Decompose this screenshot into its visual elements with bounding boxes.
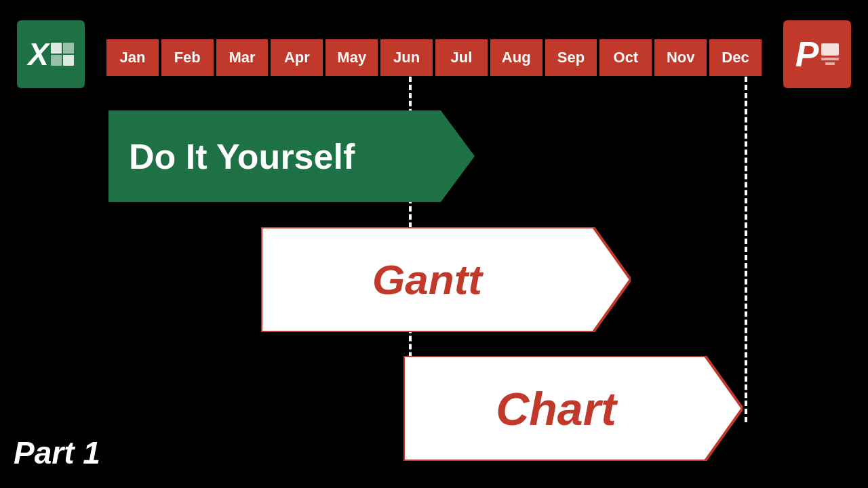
svg-marker-2 <box>403 356 743 461</box>
ppt-slides-icon <box>821 43 839 65</box>
excel-logo: X <box>17 20 85 88</box>
month-jan: Jan <box>105 38 160 77</box>
excel-grid-cell <box>63 43 74 54</box>
svg-marker-0 <box>108 110 475 202</box>
chart-arrow-svg <box>403 356 743 461</box>
powerpoint-logo: P <box>783 20 851 88</box>
month-aug: Aug <box>489 38 544 77</box>
ppt-slide-base <box>825 62 835 65</box>
excel-grid-cell <box>63 55 74 66</box>
diy-arrow-svg <box>108 110 475 202</box>
month-oct: Oct <box>598 38 653 77</box>
month-jul: Jul <box>434 38 489 77</box>
excel-grid-cell <box>51 55 62 66</box>
svg-marker-1 <box>261 227 631 332</box>
month-nov: Nov <box>653 38 708 77</box>
excel-grid-cell <box>51 43 62 54</box>
chart-arrow <box>403 356 743 461</box>
month-sep: Sep <box>544 38 599 77</box>
gantt-arrow <box>261 227 631 332</box>
excel-letter: X <box>28 36 49 73</box>
month-bar: Jan Feb Mar Apr May Jun Jul Aug Sep Oct … <box>105 38 763 77</box>
month-jun: Jun <box>379 38 434 77</box>
excel-grid-icon <box>51 43 74 66</box>
part-label-text: Part 1 <box>14 435 100 470</box>
month-mar: Mar <box>215 38 270 77</box>
ppt-slide-stem <box>821 58 839 60</box>
ppt-slide-1 <box>821 43 839 56</box>
month-dec: Dec <box>708 38 763 77</box>
gantt-arrow-svg <box>261 227 631 332</box>
month-apr: Apr <box>269 38 324 77</box>
part-label: Part 1 <box>14 434 100 471</box>
month-may: May <box>324 38 379 77</box>
diy-arrow <box>108 110 475 202</box>
dashed-line-right <box>745 77 747 422</box>
ppt-letter: P <box>795 37 819 72</box>
month-feb: Feb <box>160 38 215 77</box>
